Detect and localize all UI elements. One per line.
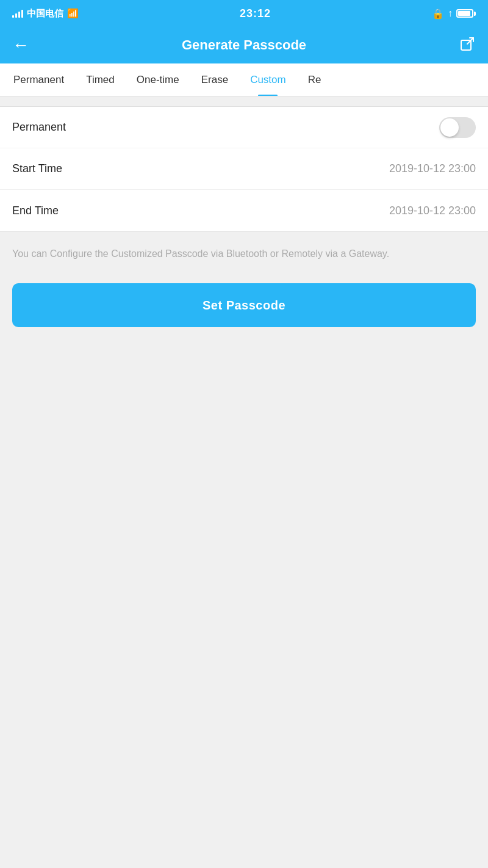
carrier-label: 中国电信 xyxy=(27,8,63,20)
permanent-toggle[interactable] xyxy=(439,117,476,138)
page-title: Generate Passcode xyxy=(37,37,451,53)
battery-icon xyxy=(456,9,476,18)
tab-timed[interactable]: Timed xyxy=(75,63,126,96)
end-time-row[interactable]: End Time 2019-10-12 23:00 xyxy=(0,190,488,231)
start-time-value: 2019-10-12 23:00 xyxy=(389,162,476,175)
start-time-row[interactable]: Start Time 2019-10-12 23:00 xyxy=(0,148,488,190)
set-passcode-button[interactable]: Set Passcode xyxy=(12,283,476,327)
tab-bar: Permanent Timed One-time Erase Custom Re xyxy=(0,63,488,96)
status-bar: 中国电信 📶 23:12 🔒 ↑ xyxy=(0,0,488,27)
settings-card: Permanent Start Time 2019-10-12 23:00 En… xyxy=(0,106,488,232)
start-time-label: Start Time xyxy=(12,162,62,175)
tab-permanent[interactable]: Permanent xyxy=(2,63,75,96)
tab-custom[interactable]: Custom xyxy=(239,63,297,96)
share-button[interactable] xyxy=(451,35,476,55)
status-time: 23:12 xyxy=(240,7,271,20)
end-time-label: End Time xyxy=(12,204,59,217)
tab-re[interactable]: Re xyxy=(297,63,332,96)
location-icon: ↑ xyxy=(448,8,453,19)
app-header: ← Generate Passcode xyxy=(0,27,488,63)
content-area: Permanent Start Time 2019-10-12 23:00 En… xyxy=(0,106,488,868)
info-text: You can Configure the Customized Passcod… xyxy=(0,232,488,273)
back-button[interactable]: ← xyxy=(12,35,37,55)
toggle-knob xyxy=(440,118,459,137)
permanent-row: Permanent xyxy=(0,107,488,148)
end-time-value: 2019-10-12 23:00 xyxy=(389,204,476,217)
wifi-icon: 📶 xyxy=(67,8,79,19)
status-right: 🔒 ↑ xyxy=(432,8,476,20)
status-left: 中国电信 📶 xyxy=(12,8,79,20)
tab-erase[interactable]: Erase xyxy=(190,63,239,96)
permanent-label: Permanent xyxy=(12,121,66,134)
tab-one-time[interactable]: One-time xyxy=(126,63,190,96)
signal-icon xyxy=(12,9,23,18)
lock-icon: 🔒 xyxy=(432,8,444,20)
